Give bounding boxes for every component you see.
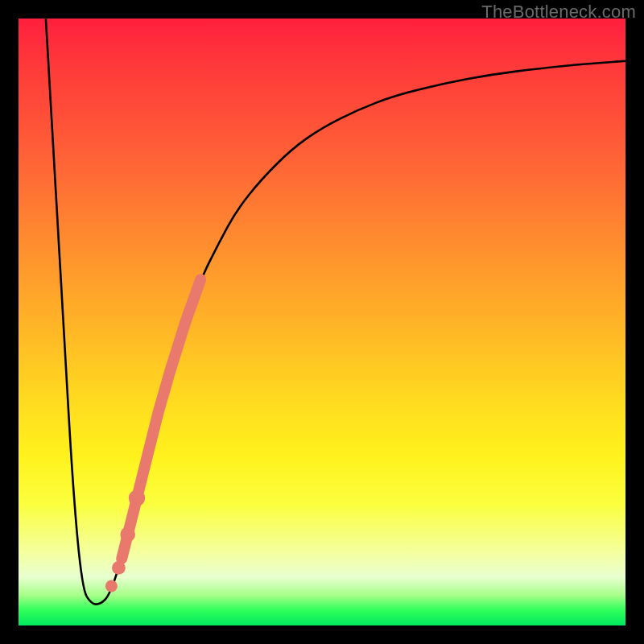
highlight-dot: [105, 580, 118, 592]
highlight-dot: [112, 561, 126, 575]
highlight-segment: [122, 279, 200, 559]
highlight-dot: [120, 527, 135, 543]
plot-area: [19, 19, 625, 625]
chart-svg: [19, 19, 625, 625]
highlight-dots: [105, 490, 145, 592]
chart-frame: TheBottleneck.com: [0, 0, 644, 644]
highlight-dot: [129, 490, 145, 506]
watermark-text: TheBottleneck.com: [481, 2, 636, 23]
